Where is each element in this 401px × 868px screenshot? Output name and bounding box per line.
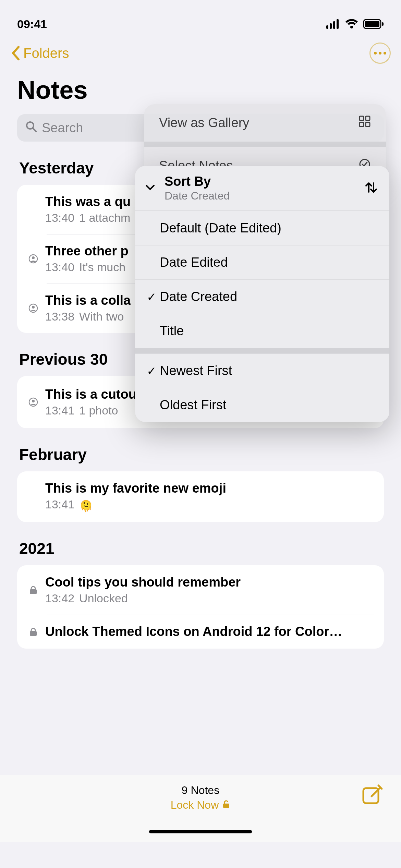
sort-option-title[interactable]: Title <box>135 314 389 348</box>
svg-rect-2 <box>333 21 335 29</box>
note-title: This is my favorite new emoji <box>45 481 374 496</box>
svg-rect-22 <box>366 122 370 126</box>
svg-line-8 <box>33 128 36 132</box>
shared-icon <box>27 397 39 407</box>
search-icon <box>25 121 37 135</box>
battery-icon <box>363 19 384 29</box>
lock-icon <box>27 627 39 637</box>
more-button[interactable] <box>369 43 391 64</box>
svg-rect-16 <box>30 631 37 636</box>
svg-rect-17 <box>223 804 229 808</box>
svg-rect-6 <box>382 22 384 26</box>
note-title: Cool tips you should remember <box>45 575 374 590</box>
bottom-toolbar: 9 Notes Lock Now <box>0 775 401 842</box>
note-subtitle: 13:42Unlocked <box>45 592 374 605</box>
notes-group: This is my favorite new emoji 13:41🫠 <box>17 471 384 522</box>
sort-option-default[interactable]: Default (Date Edited) <box>135 211 389 245</box>
sort-order-oldest[interactable]: Oldest First <box>135 388 389 422</box>
status-indicators <box>326 19 384 29</box>
note-row[interactable]: This is my favorite new emoji 13:41🫠 <box>17 471 384 522</box>
menu-item-view-gallery[interactable]: View as Gallery <box>144 104 386 142</box>
lock-icon <box>27 585 39 595</box>
ellipsis-icon <box>374 52 377 55</box>
svg-point-12 <box>32 306 35 309</box>
svg-rect-19 <box>360 116 364 120</box>
lock-now-button[interactable]: Lock Now <box>171 799 231 811</box>
svg-rect-5 <box>365 21 379 27</box>
back-button[interactable]: Folders <box>10 46 69 61</box>
notes-group: Cool tips you should remember 13:42Unloc… <box>17 565 384 649</box>
emoji-icon: 🫠 <box>79 499 93 513</box>
svg-rect-15 <box>30 589 37 594</box>
chevron-left-icon <box>10 46 21 61</box>
checkmark-icon: ✓ <box>143 364 160 378</box>
svg-rect-21 <box>360 122 364 126</box>
section-header: 2021 <box>0 522 401 565</box>
sort-subtitle: Date Created <box>165 190 356 202</box>
sort-menu: Sort By Date Created Default (Date Edite… <box>135 166 389 422</box>
shared-icon <box>27 303 39 313</box>
notes-count: 9 Notes <box>171 784 231 797</box>
status-bar: 09:41 <box>0 0 401 38</box>
sort-option-date-created[interactable]: ✓ Date Created <box>135 279 389 314</box>
note-subtitle: 13:41🫠 <box>45 498 374 513</box>
page-title: Notes <box>0 75 401 105</box>
sort-title: Sort By <box>165 174 356 189</box>
wifi-icon <box>345 19 359 29</box>
checkmark-icon: ✓ <box>143 290 160 304</box>
note-title: Unlock Themed Icons on Android 12 for Co… <box>45 624 374 639</box>
status-time: 09:41 <box>17 17 47 31</box>
search-placeholder: Search <box>42 121 83 135</box>
svg-rect-0 <box>326 25 328 29</box>
section-header: February <box>0 428 401 471</box>
svg-point-14 <box>32 400 35 402</box>
unlock-icon <box>222 799 230 811</box>
sort-order-newest[interactable]: ✓ Newest First <box>135 353 389 388</box>
sort-menu-header[interactable]: Sort By Date Created <box>135 166 389 211</box>
grid-icon <box>359 115 371 131</box>
chevron-down-icon <box>143 184 157 192</box>
sort-arrows-icon <box>364 180 378 196</box>
shared-icon <box>27 254 39 264</box>
cellular-icon <box>326 19 340 29</box>
note-row[interactable]: Cool tips you should remember 13:42Unloc… <box>17 565 384 615</box>
svg-point-10 <box>32 256 35 259</box>
nav-bar: Folders <box>0 38 401 69</box>
note-row[interactable]: Unlock Themed Icons on Android 12 for Co… <box>17 615 384 649</box>
context-menu-stack: View as Gallery Select Notes Sort By Dat… <box>144 104 386 184</box>
svg-rect-20 <box>366 116 370 120</box>
svg-rect-3 <box>337 19 339 29</box>
compose-button[interactable] <box>361 784 384 808</box>
sort-option-date-edited[interactable]: Date Edited <box>135 245 389 279</box>
back-label: Folders <box>23 46 69 61</box>
svg-rect-18 <box>363 788 378 803</box>
home-indicator <box>149 830 252 833</box>
svg-rect-1 <box>330 23 332 29</box>
